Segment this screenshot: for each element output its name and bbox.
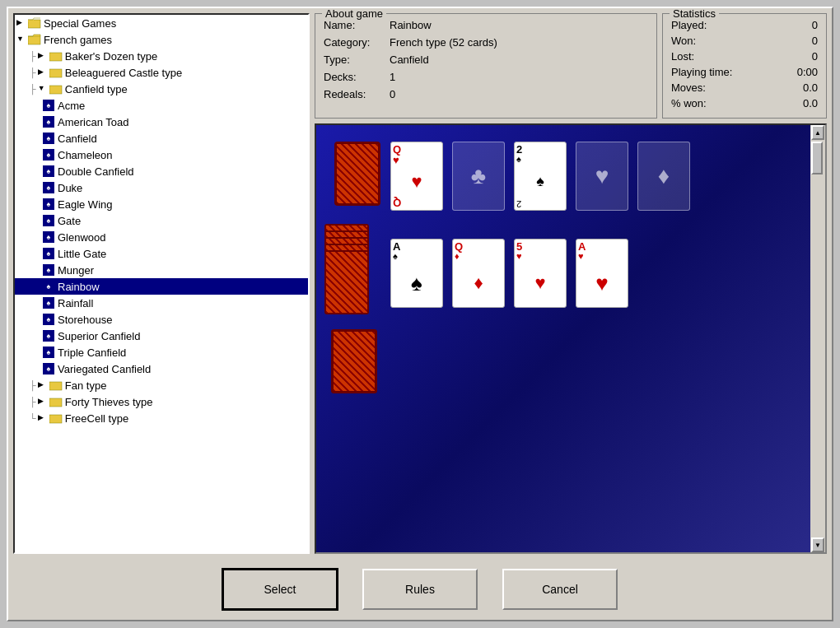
stacked-deck <box>324 224 371 323</box>
double-canfield-label: Double Canfield <box>58 165 134 178</box>
redeals-value: 0 <box>390 88 395 100</box>
superior-canfield-label: Superior Canfield <box>58 330 140 342</box>
tree-item-eagle-wing[interactable]: ♠ Eagle Wing <box>15 196 308 212</box>
expand-bakers: ▶ <box>38 51 48 61</box>
info-row-category: Category: French type (52 cards) <box>324 36 648 49</box>
game-icon-gate: ♠ <box>43 215 54 226</box>
main-dialog: ▶ Special Games ▼ French games ├ <box>7 7 833 621</box>
scroll-thumb[interactable] <box>811 142 823 174</box>
eagle-wing-label: Eagle Wing <box>58 198 112 211</box>
svg-rect-6 <box>49 382 62 390</box>
pct-won-value: 0.0 <box>803 97 818 109</box>
little-gate-label: Little Gate <box>58 248 106 260</box>
game-icon-variegated-canfield: ♠ <box>43 363 54 374</box>
won-label: Won: <box>671 35 696 47</box>
tree-item-triple-canfield[interactable]: ♠ Triple Canfield <box>15 344 308 361</box>
storehouse-label: Storehouse <box>58 314 113 326</box>
tree-item-superior-canfield[interactable]: ♠ Superior Canfield <box>15 328 308 344</box>
category-value: French type (52 cards) <box>390 36 497 49</box>
dialog-content: ▶ Special Games ▼ French games ├ <box>8 8 832 559</box>
connector: ├ <box>30 51 36 61</box>
tree-item-freecell[interactable]: └ ▶ FreeCell type <box>15 410 308 426</box>
variegated-canfield-label: Variegated Canfield <box>58 363 151 375</box>
tree-item-french-games[interactable]: ▼ French games <box>15 31 308 48</box>
tree-item-bakers-dozen[interactable]: ├ ▶ Baker's Dozen type <box>15 48 308 64</box>
name-value: Rainbow <box>390 19 432 31</box>
scroll-up-button[interactable]: ▲ <box>811 125 824 140</box>
tree-item-special-games[interactable]: ▶ Special Games <box>15 15 308 31</box>
game-icon-superior-canfield: ♠ <box>43 330 54 342</box>
svg-rect-8 <box>49 415 62 423</box>
game-icon-little-gate: ♠ <box>43 248 54 259</box>
scroll-down-button[interactable]: ▼ <box>811 537 824 552</box>
tree-item-glenwood[interactable]: ♠ Glenwood <box>15 229 308 245</box>
card-slot-heart: ♥ <box>576 142 628 211</box>
tree-item-american-toad[interactable]: ♠ American Toad <box>15 114 308 130</box>
tree-item-rainfall[interactable]: ♠ Rainfall <box>15 295 308 311</box>
button-bar: Select Rules Cancel <box>8 559 832 620</box>
tree-item-double-canfield[interactable]: ♠ Double Canfield <box>15 163 308 179</box>
tree-item-duke[interactable]: ♠ Duke <box>15 179 308 196</box>
gate-label: Gate <box>58 215 81 227</box>
triple-canfield-label: Triple Canfield <box>58 347 126 359</box>
tree-item-munger[interactable]: ♠ Munger <box>15 262 308 278</box>
tree-item-variegated-canfield[interactable]: ♠ Variegated Canfield <box>15 361 308 377</box>
pct-won-label: % won: <box>671 97 707 109</box>
freecell-label: FreeCell type <box>65 412 128 425</box>
decks-label: Decks: <box>324 71 390 83</box>
tree-item-fan-type[interactable]: ├ ▶ Fan type <box>15 377 308 393</box>
sidebar-item-label: Special Games <box>44 17 116 30</box>
tree-scroll[interactable]: ▶ Special Games ▼ French games ├ <box>15 15 308 552</box>
expand-fan: ▶ <box>38 380 48 390</box>
folder-icon <box>28 17 41 29</box>
tree-item-little-gate[interactable]: ♠ Little Gate <box>15 245 308 262</box>
tree-item-canfield-type[interactable]: ├ ▼ Canfield type <box>15 81 308 97</box>
svg-rect-5 <box>49 86 62 94</box>
canfield-label: Canfield <box>58 133 97 145</box>
game-icon-triple-canfield: ♠ <box>43 347 54 358</box>
cancel-button[interactable]: Cancel <box>502 569 618 610</box>
beleaguered-label: Beleaguered Castle type <box>65 67 182 79</box>
tree-item-storehouse[interactable]: ♠ Storehouse <box>15 311 308 328</box>
tree-item-rainbow[interactable]: ♠ Rainbow <box>15 278 308 295</box>
about-game-panel: About game Name: Rainbow Category: Frenc… <box>315 13 657 119</box>
tree-item-chameleon[interactable]: ♠ Chameleon <box>15 147 308 163</box>
game-icon-double-canfield: ♠ <box>43 165 54 177</box>
card-slot-club: ♣ <box>452 142 505 211</box>
connector3: ├ <box>30 84 36 94</box>
top-right: About game Name: Rainbow Category: Frenc… <box>315 13 827 119</box>
tree-item-acme[interactable]: ♠ Acme <box>15 97 308 114</box>
tree-item-beleaguered[interactable]: ├ ▶ Beleaguered Castle type <box>15 64 308 81</box>
category-label: Category: <box>324 36 390 49</box>
duke-label: Duke <box>58 182 82 194</box>
game-icon-munger: ♠ <box>43 264 54 276</box>
chameleon-label: Chameleon <box>58 149 113 161</box>
folder-icon-bakers <box>49 50 63 62</box>
playing-time-label: Playing time: <box>671 66 732 78</box>
game-icon-storehouse: ♠ <box>43 314 54 325</box>
card-ace-spades: A ♠ ♠ <box>390 239 443 308</box>
stat-row-lost: Lost: 0 <box>671 50 818 63</box>
tree-item-forty-thieves[interactable]: ├ ▶ Forty Thieves type <box>15 393 308 410</box>
select-button[interactable]: Select <box>222 569 338 610</box>
played-label: Played: <box>671 19 707 31</box>
preview-inner: Q ♥ ♥ Q ♣ 2 ♠ <box>316 125 825 552</box>
connector4: ├ <box>30 380 36 390</box>
rules-button[interactable]: Rules <box>362 569 478 610</box>
tree-item-gate[interactable]: ♠ Gate <box>15 212 308 229</box>
connector5: ├ <box>30 397 36 407</box>
bakers-dozen-label: Baker's Dozen type <box>65 50 157 63</box>
moves-value: 0.0 <box>803 81 818 94</box>
card-ace-hearts: A ♥ ♥ <box>576 239 628 308</box>
card-slot-diamond: ♦ <box>637 142 690 211</box>
french-games-label: French games <box>44 34 112 46</box>
stat-row-playing-time: Playing time: 0:00 <box>671 66 818 78</box>
tree-item-canfield[interactable]: ♠ Canfield <box>15 130 308 147</box>
moves-label: Moves: <box>671 81 706 94</box>
info-row-type: Type: Canfield <box>324 53 648 66</box>
card-2-spades: 2 ♠ ♠ 2 <box>514 142 567 211</box>
folder-icon-french <box>28 34 41 45</box>
redeals-label: Redeals: <box>324 88 390 100</box>
decks-value: 1 <box>390 71 395 83</box>
expand-canfield: ▼ <box>38 84 48 94</box>
